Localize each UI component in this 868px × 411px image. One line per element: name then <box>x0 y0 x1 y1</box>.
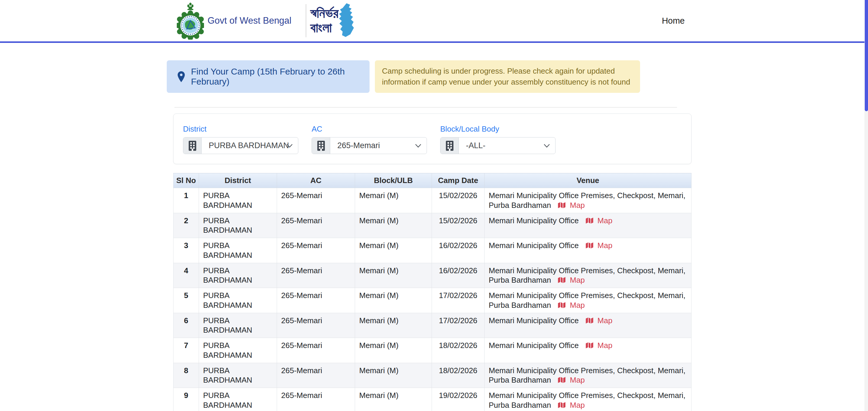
gov-label: Govt of West Bengal <box>208 15 291 26</box>
cell-block: Memari (M) <box>355 313 432 338</box>
cell-date: 17/02/2026 <box>432 313 485 338</box>
cell-venue: Memari Municipality Office Premises, Che… <box>485 388 691 411</box>
cell-block: Memari (M) <box>355 363 432 388</box>
scrollbar-track[interactable] <box>864 0 868 411</box>
cell-sl: 6 <box>174 313 199 338</box>
cell-sl: 5 <box>174 288 199 313</box>
cell-block: Memari (M) <box>355 288 432 313</box>
block-label: Block/Local Body <box>440 125 556 134</box>
table-row: 4PURBA BARDHAMAN265-MemariMemari (M)16/0… <box>174 263 691 288</box>
map-link[interactable]: Map <box>558 201 585 210</box>
building-icon <box>188 141 196 151</box>
cell-venue: Memari Municipality Office Premises, Che… <box>485 363 691 388</box>
cell-block: Memari (M) <box>355 388 432 411</box>
map-link[interactable]: Map <box>558 301 585 310</box>
west-bengal-map-icon <box>338 3 356 39</box>
cell-district: PURBA BARDHAMAN <box>199 363 277 388</box>
cell-ac: 265-Memari <box>277 188 355 213</box>
cell-sl: 4 <box>174 263 199 288</box>
map-icon <box>586 342 593 349</box>
cell-district: PURBA BARDHAMAN <box>199 213 277 238</box>
filter-district: District PURBA BARDHAMAN <box>183 125 298 164</box>
map-link[interactable]: Map <box>558 276 585 284</box>
table-row: 6PURBA BARDHAMAN265-MemariMemari (M)17/0… <box>174 313 691 338</box>
block-input-group: -ALL- <box>440 137 556 154</box>
table-row: 2PURBA BARDHAMAN265-MemariMemari (M)15/0… <box>174 213 691 238</box>
chevron-down-icon <box>544 144 550 148</box>
map-link[interactable]: Map <box>586 241 613 250</box>
camp-table-body: 1PURBA BARDHAMAN265-MemariMemari (M)15/0… <box>174 188 691 411</box>
cell-ac: 265-Memari <box>277 238 355 263</box>
map-link[interactable]: Map <box>586 216 613 225</box>
map-icon <box>586 242 593 249</box>
cell-district: PURBA BARDHAMAN <box>199 313 277 338</box>
cell-date: 18/02/2026 <box>432 338 485 363</box>
cell-date: 16/02/2026 <box>432 263 485 288</box>
banner-row: Find Your Camp (15th February to 26th Fe… <box>167 60 868 93</box>
building-icon <box>440 137 459 154</box>
filter-panel: District PURBA BARDHAMAN AC 265-Memari B… <box>173 114 691 164</box>
cell-venue: Memari Municipality Office Map <box>485 213 691 238</box>
notice-banner: Camp scheduling is under progress. Pleas… <box>375 60 640 93</box>
nav-home-link[interactable]: Home <box>662 16 685 26</box>
cell-date: 18/02/2026 <box>432 363 485 388</box>
district-selected-value: PURBA BARDHAMAN <box>209 141 289 150</box>
building-icon <box>445 141 454 151</box>
map-icon <box>558 202 565 209</box>
cell-sl: 2 <box>174 213 199 238</box>
filter-block: Block/Local Body -ALL- <box>440 125 556 164</box>
cell-sl: 3 <box>174 238 199 263</box>
block-select[interactable]: -ALL- <box>459 137 555 154</box>
west-bengal-emblem-logo <box>177 2 204 40</box>
chevron-down-icon <box>286 144 293 148</box>
building-icon <box>183 137 202 154</box>
block-selected-value: -ALL- <box>466 141 486 150</box>
map-link[interactable]: Map <box>558 376 585 384</box>
cell-district: PURBA BARDHAMAN <box>199 388 277 411</box>
location-pin-icon <box>177 71 186 82</box>
district-select[interactable]: PURBA BARDHAMAN <box>202 137 298 154</box>
map-icon <box>558 277 565 284</box>
cell-district: PURBA BARDHAMAN <box>199 238 277 263</box>
cell-date: 16/02/2026 <box>432 238 485 263</box>
cell-date: 15/02/2026 <box>432 213 485 238</box>
chevron-down-icon <box>415 144 421 148</box>
cell-date: 17/02/2026 <box>432 288 485 313</box>
map-link[interactable]: Map <box>586 341 613 350</box>
cell-ac: 265-Memari <box>277 338 355 363</box>
cell-date: 19/02/2026 <box>432 388 485 411</box>
header-block: Block/ULB <box>355 173 432 188</box>
building-icon <box>312 137 330 154</box>
camp-table-header: Sl No District AC Block/ULB Camp Date Ve… <box>174 173 691 188</box>
header-ac: AC <box>277 173 355 188</box>
main-content: Find Your Camp (15th February to 26th Fe… <box>0 60 868 411</box>
cell-ac: 265-Memari <box>277 313 355 338</box>
scrollbar-thumb[interactable] <box>865 0 868 111</box>
cell-venue: Memari Municipality Office Map <box>485 313 691 338</box>
cell-block: Memari (M) <box>355 263 432 288</box>
cell-sl: 9 <box>174 388 199 411</box>
map-link[interactable]: Map <box>558 401 585 410</box>
cell-district: PURBA BARDHAMAN <box>199 288 277 313</box>
map-icon <box>558 376 565 383</box>
ac-input-group: 265-Memari <box>312 137 427 154</box>
map-icon <box>558 402 565 409</box>
cell-venue: Memari Municipality Office Premises, Che… <box>485 263 691 288</box>
table-row: 1PURBA BARDHAMAN265-MemariMemari (M)15/0… <box>174 188 691 213</box>
district-input-group: PURBA BARDHAMAN <box>183 137 298 154</box>
map-link[interactable]: Map <box>586 316 613 325</box>
cell-district: PURBA BARDHAMAN <box>199 263 277 288</box>
header-district: District <box>199 173 277 188</box>
cell-district: PURBA BARDHAMAN <box>199 338 277 363</box>
ac-select[interactable]: 265-Memari <box>330 137 427 154</box>
site-header: Govt of West Bengal স্বনির্ভর বাংলা Home <box>0 0 868 43</box>
cell-ac: 265-Memari <box>277 388 355 411</box>
header-date: Camp Date <box>432 173 485 188</box>
find-camp-banner: Find Your Camp (15th February to 26th Fe… <box>167 60 370 93</box>
cell-venue: Memari Municipality Office Premises, Che… <box>485 288 691 313</box>
cell-ac: 265-Memari <box>277 263 355 288</box>
header-branding: Govt of West Bengal স্বনির্ভর বাংলা <box>177 2 356 40</box>
cell-district: PURBA BARDHAMAN <box>199 188 277 213</box>
header-venue: Venue <box>485 173 691 188</box>
filter-ac: AC 265-Memari <box>312 125 427 164</box>
